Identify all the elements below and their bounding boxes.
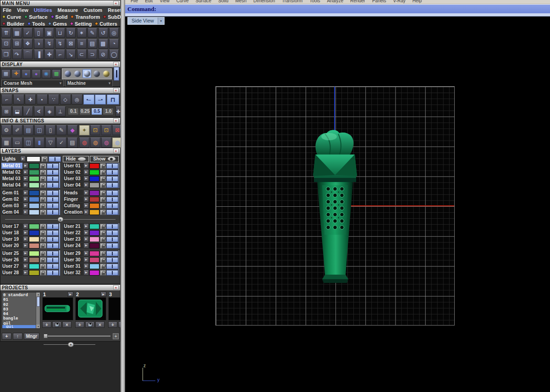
collapse-down-icon[interactable]: ▼ [68,342,74,347]
layer-color-swatch[interactable] [29,182,39,188]
menubar-item[interactable]: V-Ray [393,0,406,3]
layer-color-swatch[interactable] [89,237,99,242]
close-icon[interactable]: × [113,1,119,6]
tool-icon[interactable]: ⊂ [77,50,87,59]
lock-icon[interactable] [100,264,106,269]
close-icon[interactable]: × [113,118,119,123]
arrow-right-icon[interactable]: ▶ [23,270,28,276]
layer-name[interactable]: Metal 04 [1,182,22,188]
menu-item[interactable]: File [3,7,11,13]
close-icon[interactable]: × [113,62,119,66]
lock-icon[interactable] [40,251,46,256]
settings-icon[interactable]: ▤ [23,125,33,135]
layer-color-swatch[interactable] [89,257,99,263]
layer-color-swatch[interactable] [89,170,99,175]
tool-icon[interactable]: ▤ [88,39,97,49]
layer-current-button[interactable] [106,243,118,248]
lock-icon[interactable] [40,257,46,263]
grid-size-button[interactable]: 0.5 [91,108,102,115]
show-button[interactable]: Show [90,156,119,162]
slot-menu-icon[interactable]: ▶ [67,292,73,297]
category-button[interactable]: Solid [51,14,68,20]
lock-icon[interactable] [40,237,46,242]
layer-color-swatch[interactable] [29,251,39,256]
category-button[interactable]: Tools [28,21,45,27]
hide-button[interactable]: Hide [63,156,89,162]
arrow-right-icon[interactable]: ▶ [23,257,28,263]
project-list-item[interactable]: 0 standard [3,293,35,298]
snap-toggle-button[interactable]: • [37,94,48,105]
snap-tool-button[interactable]: ╱ [23,106,33,116]
project-list[interactable]: 0 standard01020304banglegül gul ▲ ▼ [2,292,40,329]
display-mode-icon[interactable]: ▦ [1,69,11,78]
tool-icon[interactable]: ⊠ [66,39,76,49]
layer-current-button[interactable] [47,251,59,256]
manager-button[interactable]: Mngr [24,333,39,340]
project-list-selected-item[interactable]: gul [2,325,36,328]
project-list-item[interactable]: 04 [3,312,35,316]
column-scroll-strip[interactable] [59,250,60,276]
mesh-quality-dropdown[interactable]: Coarse Mesh ▾ [1,80,64,87]
menubar-item[interactable]: Mesh [235,0,246,3]
layer-name[interactable]: User 03 [63,176,83,182]
lock-icon[interactable] [40,264,46,269]
project-list-item[interactable]: bangle [3,316,35,321]
slot-add-button[interactable]: + [75,321,84,328]
layer-current-button[interactable] [106,270,118,276]
lock-icon[interactable] [40,230,46,236]
layer-current-button[interactable] [106,176,118,182]
scroll-down-icon[interactable]: ▼ [36,325,40,328]
menubar-item[interactable]: Analyze [327,0,344,3]
settings-icon[interactable]: ▯ [45,125,55,135]
column-scroll-strip[interactable] [119,190,120,215]
add-project-button[interactable]: + [2,333,11,340]
scrollbar-thumb[interactable] [37,297,40,307]
lock-icon[interactable] [40,170,46,175]
info-icon[interactable]: ▽ [45,138,55,148]
tool-icon[interactable]: ✶ [77,28,87,38]
arrow-right-icon[interactable]: ▶ [23,169,28,175]
arrow-right-icon[interactable]: ▶ [23,203,28,209]
slider-handle[interactable] [44,334,48,338]
layer-color-swatch[interactable] [29,264,39,269]
info-icon[interactable]: ✓ [56,138,66,148]
command-bar[interactable]: Command: [125,4,550,13]
arrow-right-icon[interactable]: ▶ [23,196,28,202]
tool-icon[interactable]: ✓ [23,28,33,38]
snap-tool-button[interactable]: ⬓ [12,106,22,116]
project-thumbnail[interactable] [42,297,73,320]
arrow-right-icon[interactable]: ▶ [83,176,88,182]
layer-name[interactable]: User 26 [1,257,22,263]
arrow-right-icon[interactable]: ▶ [23,163,28,169]
layer-current-button[interactable] [47,243,59,248]
arrow-right-icon[interactable]: ▶ [83,223,88,229]
column-scroll-strip[interactable] [119,163,120,188]
arrow-right-icon[interactable]: ▶ [23,236,28,242]
layer-current-button[interactable] [47,163,59,169]
menubar-item[interactable]: Surface [196,0,211,3]
project-thumbnail[interactable] [75,297,106,320]
layer-current-button[interactable] [47,197,59,202]
grid-size-button[interactable]: 0.25 [79,108,91,115]
lock-icon[interactable] [40,163,46,169]
layer-name[interactable]: Gem 04 [1,209,22,215]
layer-color-swatch[interactable] [29,176,39,182]
tool-icon[interactable]: ↻ [66,28,76,38]
layer-color-swatch[interactable] [29,237,39,242]
category-button[interactable]: Surface [24,14,47,20]
tool-icon[interactable]: ≡ [77,39,87,49]
arrow-right-icon[interactable]: ▶ [83,270,88,276]
arrow-right-icon[interactable]: ▶ [23,250,28,256]
layer-name[interactable]: Cutting [63,203,83,209]
menu-item[interactable]: Utilities [34,7,52,13]
arrow-right-icon[interactable]: ▶ [83,190,88,196]
layer-color-swatch[interactable] [29,270,39,276]
lock-icon[interactable] [40,182,46,188]
layer-color-swatch[interactable] [89,176,99,182]
close-icon[interactable]: × [113,285,119,290]
lock-icon[interactable] [40,203,46,209]
layer-name[interactable]: Gem 01 [1,190,22,196]
display-mode-icon[interactable]: ● [32,69,41,78]
arrow-right-icon[interactable]: ▶ [83,243,88,248]
layer-current-button[interactable] [47,203,59,209]
